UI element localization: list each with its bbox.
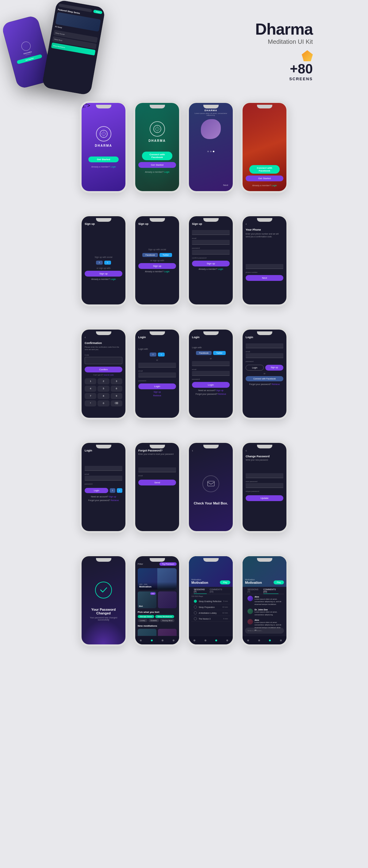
nav-play-2[interactable]	[215, 640, 217, 641]
nav-home-3[interactable]	[247, 640, 249, 641]
twitter-btn[interactable]: t	[104, 261, 111, 265]
get-started-btn-3[interactable]: Get Started	[246, 176, 283, 181]
fb-simple-btn[interactable]: f	[110, 488, 115, 493]
racing-mind-tag[interactable]: Racing Mind	[160, 619, 174, 622]
lonely-tag[interactable]: Lonely	[138, 619, 147, 622]
tab-sessions[interactable]: SESSIONS (7)	[194, 588, 207, 594]
next-btn[interactable]: Next	[223, 184, 228, 187]
key-4[interactable]: 4	[85, 385, 96, 392]
nav-play-3[interactable]	[269, 640, 271, 641]
key-9[interactable]: 9	[111, 393, 122, 399]
login-link[interactable]: Already a member? Login	[91, 166, 116, 168]
commenter-1: Alex	[255, 596, 282, 598]
nav-settings[interactable]	[173, 640, 174, 641]
phone-signup-full: Sign up email password confirm password …	[187, 214, 235, 306]
login-btn[interactable]: Login	[138, 383, 176, 389]
key-1[interactable]: 1	[85, 378, 96, 384]
sleep-meditation-tag[interactable]: Sleep Meditations	[155, 615, 174, 618]
signup-btn-3[interactable]: Sign up	[192, 261, 230, 267]
grateful-tag[interactable]: Grateful	[148, 619, 159, 622]
key-2[interactable]: 2	[97, 378, 109, 384]
confirm-btn[interactable]: Confirm	[85, 367, 122, 372]
login-link-5[interactable]: Already a member? Login	[138, 271, 176, 273]
login-link-2[interactable]: Already a member? Login	[145, 171, 169, 173]
key-7[interactable]: 7	[85, 393, 96, 399]
get-started-btn-2[interactable]: Get Started	[138, 162, 176, 168]
nav-explore[interactable]	[151, 640, 153, 641]
next-btn-phone[interactable]: Next	[246, 275, 283, 281]
nav-profile-2[interactable]	[226, 640, 228, 641]
pw-simple[interactable]	[85, 476, 122, 480]
code-input[interactable]	[85, 357, 122, 364]
social-row-2: Facebook Twitter	[138, 253, 176, 257]
facebook-btn-2[interactable]: Facebook	[142, 253, 158, 257]
play-btn[interactable]: Play	[220, 580, 230, 584]
nav-profile-3[interactable]	[280, 640, 282, 641]
email-input-2[interactable]	[192, 361, 230, 366]
tw-simple-btn[interactable]: t	[117, 488, 122, 493]
send-btn[interactable]: Send	[138, 479, 176, 486]
connect-fb-btn[interactable]: Connect with Facebook	[142, 152, 172, 160]
login-link-3[interactable]: Already a member? Login	[252, 184, 277, 187]
key-del[interactable]: ⌫	[111, 400, 122, 406]
try-premium-btn[interactable]: Try Premium	[160, 562, 177, 566]
password-field[interactable]	[192, 240, 230, 245]
back-arrow[interactable]: ‹	[246, 222, 247, 226]
fb-login-btn[interactable]: f	[150, 352, 157, 356]
forgot-email[interactable]	[138, 467, 176, 472]
get-started-btn[interactable]: Get Started	[88, 156, 118, 162]
new-pw-input[interactable]	[246, 473, 283, 478]
confirm-password-field[interactable]	[192, 250, 230, 254]
signup-split-btn[interactable]: Sign up	[265, 365, 283, 371]
nav-explore-3[interactable]	[258, 640, 260, 641]
mini-card-2	[158, 591, 177, 608]
commenter-2: Dr. John Doe	[255, 609, 282, 611]
fb-btn-2[interactable]: Facebook	[196, 351, 211, 355]
pw-input-3[interactable]	[246, 353, 283, 358]
login-link-4[interactable]: Already a member? Login	[85, 278, 122, 280]
login-btn-2[interactable]: Login	[192, 382, 230, 388]
email-input-3[interactable]	[246, 343, 283, 348]
social-row-login-2: Facebook Twitter	[192, 351, 230, 355]
twitter-btn-2[interactable]: Twitter	[160, 253, 172, 257]
login-email[interactable]	[138, 363, 176, 368]
tab-sessions-2[interactable]: SESSIONS (7)	[248, 588, 260, 594]
login-pw[interactable]	[138, 372, 176, 377]
signup-btn[interactable]: Sign up	[85, 271, 122, 277]
signup-label-2: Sign up	[138, 222, 176, 225]
tab-comments-2[interactable]: COMMENTS (22)	[263, 588, 279, 594]
back-arrow-confirm[interactable]: ‹	[85, 336, 86, 339]
key-5[interactable]: 5	[97, 385, 109, 392]
login-link-6[interactable]: Already a member? Login	[192, 268, 230, 270]
nav-home-2[interactable]	[194, 640, 195, 641]
update-btn[interactable]: Update	[246, 495, 283, 501]
screen-signup-social: Sign up Sign up with social Facebook Twi…	[135, 216, 179, 305]
key-6[interactable]: 6	[111, 385, 122, 392]
key-3[interactable]: 3	[111, 378, 122, 384]
email-simple[interactable]	[85, 466, 122, 471]
tw-btn-2[interactable]: Twitter	[213, 351, 226, 355]
retype-pw-input[interactable]	[246, 483, 283, 488]
key-8[interactable]: 8	[97, 393, 109, 399]
key-0[interactable]: 0	[97, 400, 109, 406]
email-field[interactable]	[192, 230, 230, 235]
back-arrow-mail[interactable]: ‹	[192, 449, 193, 453]
play-btn-2[interactable]: Play	[274, 580, 284, 584]
key-star[interactable]: *	[85, 400, 96, 406]
login-outline-btn[interactable]: Login	[246, 365, 264, 371]
nav-explore-2[interactable]	[204, 640, 206, 641]
login-simple-btn[interactable]: Login	[85, 488, 108, 493]
back-arrow-chpw[interactable]: ‹	[246, 449, 247, 453]
connect-fb-btn-2[interactable]: Connect with Facebook	[249, 165, 279, 174]
confirm-title: Confirmation	[85, 341, 122, 345]
nav-home[interactable]	[140, 640, 142, 641]
pw-input-2[interactable]	[192, 371, 230, 376]
tab-comments[interactable]: COMMENTS (22)	[210, 588, 225, 594]
connect-fb-login-btn[interactable]: Connect with Facebook	[246, 376, 283, 381]
tw-login-btn[interactable]: t	[158, 352, 165, 356]
phone-input[interactable]	[246, 264, 283, 269]
manage-stress-tag[interactable]: Manage Stress	[138, 615, 154, 618]
facebook-btn[interactable]: f	[96, 261, 103, 265]
nav-profile[interactable]	[162, 640, 164, 641]
signup-btn-2[interactable]: Sign up	[138, 263, 176, 269]
